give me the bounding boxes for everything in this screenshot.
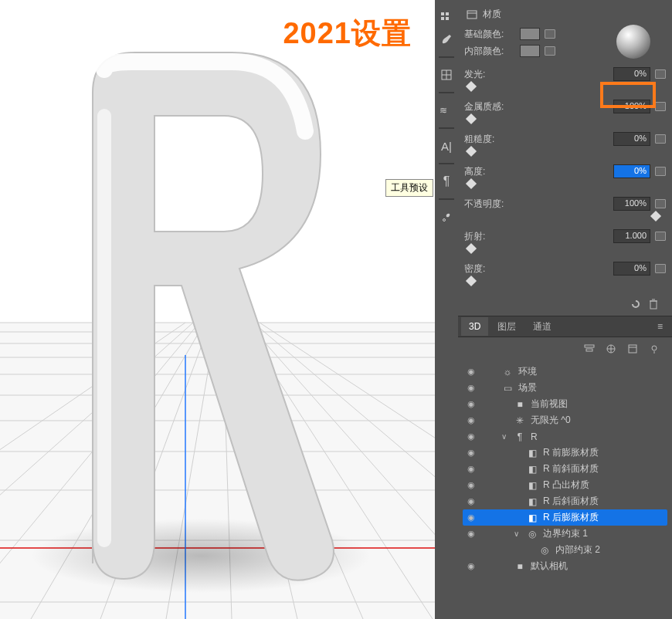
- visibility-icon[interactable]: ◉: [466, 529, 477, 539]
- inner-color-label: 内部颜色:: [464, 45, 515, 58]
- inner-color-swatch[interactable]: [520, 45, 540, 57]
- height-value[interactable]: 0%: [613, 164, 650, 178]
- node-label: 环境: [518, 365, 537, 378]
- tree-filter-row: [458, 337, 672, 360]
- visibility-icon[interactable]: ◉: [466, 496, 477, 506]
- folder-icon[interactable]: [655, 232, 666, 241]
- roughness-slider[interactable]: [464, 147, 666, 158]
- height-label: 高度:: [464, 165, 515, 178]
- tree-row[interactable]: ◎内部约束 2: [463, 542, 667, 558]
- folder-icon[interactable]: [655, 167, 666, 176]
- roughness-value[interactable]: 0%: [613, 132, 650, 146]
- tab-3d[interactable]: 3D: [461, 317, 488, 336]
- visibility-icon[interactable]: ◉: [466, 561, 477, 571]
- visibility-icon[interactable]: ◉: [466, 512, 477, 523]
- tree-row[interactable]: ◉◧R 凸出材质: [463, 477, 667, 493]
- tab-channels[interactable]: 通道: [525, 316, 559, 337]
- svg-rect-41: [586, 349, 592, 351]
- paragraph-icon[interactable]: ¶: [438, 173, 455, 190]
- text3d-icon[interactable]: ≋: [438, 102, 455, 119]
- tab-layers[interactable]: 图层: [490, 316, 524, 337]
- folder-icon[interactable]: [655, 134, 666, 144]
- visibility-icon[interactable]: ◉: [466, 431, 477, 441]
- tree-row[interactable]: ◉✳无限光 ^0: [463, 412, 667, 428]
- visibility-icon[interactable]: ◉: [466, 367, 477, 377]
- divider: [439, 198, 454, 200]
- filter-icon[interactable]: [584, 343, 595, 354]
- folder-icon[interactable]: [655, 199, 666, 208]
- refraction-label: 折射:: [464, 230, 515, 243]
- folder-icon[interactable]: [545, 29, 555, 39]
- material-panel: 材质 基础颜色: 内部颜色: 发光:0%金属质感:100%粗糙度:0%高度:0%…: [458, 0, 672, 316]
- glow-slider[interactable]: [464, 83, 666, 93]
- tree-row[interactable]: ◉◧R 后膨胀材质: [463, 509, 667, 526]
- node-icon: ◧: [526, 480, 538, 491]
- tree-row[interactable]: ◉☼环境: [463, 364, 667, 380]
- tree-row[interactable]: ◉■当前视图: [463, 396, 667, 412]
- svg-rect-26: [441, 12, 444, 15]
- scene-tree[interactable]: ◉☼环境◉▭场景◉■当前视图◉✳无限光 ^0◉∨¶R◉◧R 前膨胀材质◉◧R 前…: [458, 360, 672, 580]
- panel-menu-icon[interactable]: ≡: [651, 318, 669, 335]
- svg-rect-37: [650, 301, 657, 309]
- presets-icon[interactable]: [438, 8, 455, 25]
- density-slider[interactable]: [464, 277, 666, 288]
- tooltip-tool-presets: 工具预设: [385, 179, 433, 197]
- disclosure-icon[interactable]: ∨: [498, 432, 509, 441]
- opacity-slider[interactable]: [464, 212, 666, 223]
- visibility-icon[interactable]: ◉: [466, 383, 477, 393]
- material-header: 材质: [483, 8, 501, 21]
- light-icon[interactable]: [649, 343, 660, 354]
- visibility-icon[interactable]: ◉: [466, 399, 477, 409]
- node-icon: ◧: [526, 464, 538, 475]
- node-label: 无限光 ^0: [531, 414, 571, 427]
- node-icon: ▭: [501, 383, 514, 394]
- svg-point-45: [652, 346, 657, 350]
- brush-icon[interactable]: [438, 31, 455, 48]
- tree-row[interactable]: ◉■默认相机: [463, 558, 667, 574]
- folder-icon[interactable]: [655, 69, 666, 79]
- node-icon: ◧: [526, 448, 538, 458]
- svg-rect-40: [585, 345, 594, 347]
- overlay-title: 2021设置: [283, 14, 412, 53]
- visibility-icon[interactable]: ◉: [466, 448, 477, 458]
- divider: [439, 56, 454, 58]
- tree-row[interactable]: ◉◧R 前膨胀材质: [463, 445, 667, 461]
- density-value[interactable]: 0%: [613, 262, 650, 276]
- tree-row[interactable]: ◉◧R 后斜面材质: [463, 493, 667, 509]
- visibility-icon[interactable]: ◉: [466, 415, 477, 425]
- mesh-icon[interactable]: [606, 343, 616, 354]
- folder-icon[interactable]: [655, 264, 666, 273]
- visibility-icon[interactable]: ◉: [466, 464, 477, 474]
- refraction-value[interactable]: 1.000: [613, 229, 650, 243]
- tree-row[interactable]: ◉◧R 前斜面材质: [463, 461, 667, 477]
- glow-value[interactable]: 0%: [613, 67, 650, 81]
- tool-strip: ≋ A| ¶ 工具预设: [435, 0, 458, 619]
- height-slider[interactable]: [464, 180, 666, 191]
- node-icon: ◧: [526, 512, 538, 523]
- metallic-slider[interactable]: [464, 115, 666, 126]
- metallic-value[interactable]: 100%: [613, 100, 650, 113]
- reset-icon[interactable]: [630, 299, 641, 310]
- folder-icon[interactable]: [545, 46, 555, 56]
- metallic-label: 金属质感:: [464, 100, 515, 113]
- svg-rect-27: [446, 12, 449, 15]
- refraction-slider[interactable]: [464, 245, 666, 255]
- tree-row[interactable]: ◉∨¶R: [463, 428, 667, 445]
- node-label: 内部约束 2: [555, 543, 600, 556]
- material-list-icon[interactable]: [627, 343, 638, 354]
- type-a-icon[interactable]: A|: [438, 137, 455, 154]
- viewport-3d[interactable]: 2021设置: [0, 0, 435, 619]
- tree-row[interactable]: ◉∨◎边界约束 1: [463, 526, 667, 542]
- visibility-icon[interactable]: ◉: [466, 480, 477, 490]
- opacity-value[interactable]: 100%: [613, 197, 650, 211]
- disclosure-icon[interactable]: ∨: [511, 529, 521, 538]
- wrench-icon[interactable]: [438, 208, 455, 225]
- row-base-color: 基础颜色:: [464, 25, 666, 42]
- folder-icon[interactable]: [655, 102, 666, 111]
- trash-icon[interactable]: [649, 299, 658, 310]
- node-icon: ◧: [526, 496, 538, 507]
- base-color-swatch[interactable]: [520, 28, 540, 40]
- tree-row[interactable]: ◉▭场景: [463, 380, 667, 396]
- node-label: R 前斜面材质: [543, 462, 599, 475]
- grid-icon[interactable]: [438, 66, 455, 83]
